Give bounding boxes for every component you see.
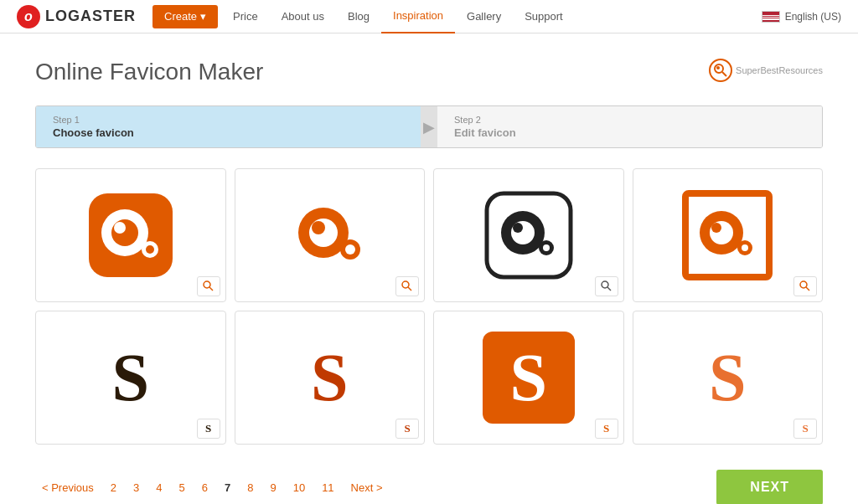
next-button[interactable]: NEXT [716, 470, 823, 504]
favicon-card-3[interactable] [433, 168, 624, 302]
svg-point-6 [114, 222, 126, 234]
favicon-card-1[interactable] [35, 168, 226, 302]
step-1-name: Choose favicon [53, 126, 404, 139]
step-arrow: ▶ [421, 106, 437, 147]
page-5[interactable]: 5 [173, 478, 192, 497]
svg-point-32 [711, 223, 721, 233]
next-link[interactable]: Next > [344, 478, 390, 497]
favicon-corner-5: S [197, 419, 220, 439]
page-10[interactable]: 10 [287, 478, 312, 497]
svg-point-8 [146, 245, 154, 254]
partner-name: SuperBestResources [736, 65, 823, 75]
favicon-corner-4 [793, 276, 817, 296]
pagination-row: < Previous 2 3 4 5 6 7 8 9 10 11 Next > … [35, 461, 823, 504]
page-7: 7 [218, 478, 237, 497]
page-11[interactable]: 11 [315, 478, 340, 497]
svg-point-25 [543, 244, 550, 251]
step-2[interactable]: Step 2 Edit favicon [437, 106, 822, 147]
flag-icon [762, 11, 780, 23]
svg-point-19 [404, 283, 406, 285]
favicon-card-7[interactable]: S S [433, 311, 624, 445]
svg-point-2 [716, 66, 720, 69]
favicon-corner-1 [197, 276, 220, 296]
svg-line-36 [806, 287, 809, 291]
page-title: Online Favicon Maker [35, 59, 263, 85]
favicon-card-5[interactable]: S S [35, 311, 226, 445]
favicon-grid: S S S S S S S S [35, 168, 823, 445]
svg-line-27 [607, 287, 611, 291]
navbar: o LOGASTER Create ▾ Price About us Blog … [0, 0, 858, 33]
favicon-corner-6: S [395, 419, 419, 439]
nav-gallery[interactable]: Gallery [455, 0, 513, 33]
favicon-card-6[interactable]: S S [235, 311, 426, 445]
nav-create[interactable]: Create ▾ [152, 5, 218, 28]
nav-blog[interactable]: Blog [336, 0, 381, 33]
nav-links: Create ▾ Price About us Blog Inspiration… [152, 0, 762, 33]
svg-point-16 [345, 244, 355, 255]
favicon-corner-7: S [595, 419, 618, 439]
page-header: Online Favicon Maker SuperBestResources [35, 59, 823, 85]
nav-inspiration[interactable]: Inspiration [381, 0, 455, 33]
language-label[interactable]: English (US) [785, 11, 841, 23]
page-3[interactable]: 3 [127, 478, 146, 497]
svg-point-23 [513, 223, 523, 233]
partner-logo: SuperBestResources [709, 59, 823, 82]
svg-point-34 [742, 244, 748, 251]
page-6[interactable]: 6 [195, 478, 214, 497]
favicon-corner-3 [595, 276, 618, 296]
step-1[interactable]: Step 1 Choose favicon [36, 106, 421, 147]
step-2-name: Edit favicon [454, 126, 805, 139]
step-1-label: Step 1 [53, 115, 404, 125]
step-2-label: Step 2 [454, 115, 805, 125]
svg-line-10 [209, 287, 213, 291]
svg-point-13 [309, 219, 338, 247]
page-4[interactable]: 4 [149, 478, 168, 497]
nav-price[interactable]: Price [221, 0, 270, 33]
svg-line-1 [722, 72, 726, 76]
logo[interactable]: o LOGASTER [17, 5, 136, 28]
nav-support[interactable]: Support [513, 0, 575, 33]
steps-bar: Step 1 Choose favicon ▶ Step 2 Edit favi… [35, 105, 823, 148]
favicon-corner-2 [395, 276, 419, 296]
pagination: < Previous 2 3 4 5 6 7 8 9 10 11 Next > [35, 478, 390, 497]
svg-point-37 [802, 283, 804, 285]
page-2[interactable]: 2 [104, 478, 123, 497]
svg-point-28 [602, 283, 605, 285]
svg-point-5 [111, 219, 138, 246]
main-content: Online Favicon Maker SuperBestResources … [18, 33, 840, 504]
favicon-card-8[interactable]: S S [633, 311, 824, 445]
svg-line-18 [408, 287, 411, 291]
favicon-card-4[interactable] [633, 168, 824, 302]
favicon-corner-8: S [793, 419, 817, 439]
svg-point-11 [204, 283, 207, 285]
logo-icon: o [17, 5, 40, 28]
prev-link[interactable]: < Previous [35, 478, 101, 497]
svg-point-14 [312, 221, 325, 234]
logo-text: LOGASTER [45, 8, 136, 25]
favicon-card-2[interactable] [235, 168, 426, 302]
page-9[interactable]: 9 [263, 478, 282, 497]
nav-right: English (US) [762, 11, 841, 23]
nav-about[interactable]: About us [270, 0, 336, 33]
page-8[interactable]: 8 [240, 478, 260, 497]
partner-icon [709, 59, 732, 82]
